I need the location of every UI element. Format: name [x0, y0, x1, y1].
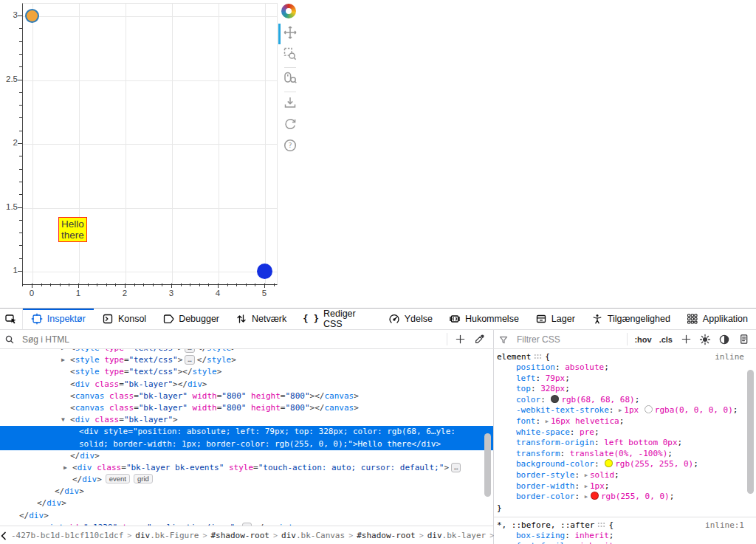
- element-picker-button[interactable]: [0, 309, 23, 329]
- rules-scrollbar[interactable]: [747, 370, 754, 494]
- class-panel-button[interactable]: .cls: [656, 335, 676, 344]
- wheel-zoom-tool-button[interactable]: [281, 70, 300, 89]
- tab-applikation[interactable]: Applikation: [678, 309, 756, 329]
- tab-lager[interactable]: Lager: [527, 309, 583, 329]
- rule-selector[interactable]: element{inline: [497, 351, 756, 362]
- css-property[interactable]: color: rgb(68, 68, 68);: [497, 395, 756, 406]
- divider: [447, 333, 447, 345]
- color-swatch[interactable]: [645, 405, 653, 413]
- markup-text: class: [109, 403, 134, 413]
- expand-arrow-icon[interactable]: ▶: [61, 349, 65, 354]
- tree-row[interactable]: </div>: [0, 510, 493, 522]
- plot-frame[interactable]: [22, 3, 278, 285]
- add-rule-button[interactable]: [676, 330, 695, 348]
- tab-ydelse[interactable]: Ydelse: [380, 309, 441, 329]
- css-property[interactable]: transform-origin: left bottom 0px;: [497, 438, 756, 449]
- expand-arrow-icon[interactable]: ▶: [21, 522, 24, 526]
- css-property[interactable]: top: 328px;: [497, 384, 756, 395]
- tree-row[interactable]: <style type="text/css"></style>: [0, 366, 493, 378]
- tab-netværk[interactable]: Netværk: [227, 309, 295, 329]
- pan-tool-button[interactable]: [281, 24, 300, 44]
- markup-text: height: [251, 391, 281, 401]
- markup-text: "bk-layer": [139, 391, 188, 401]
- data-point[interactable]: [257, 264, 272, 279]
- tab-tilgængelighed[interactable]: Tilgængelighed: [583, 309, 678, 329]
- expand-value-icon[interactable]: ▶: [585, 483, 588, 489]
- tree-row[interactable]: <div style="position: absolute; left: 79…: [0, 426, 493, 450]
- tab-hukommelse[interactable]: Hukommelse: [441, 309, 527, 329]
- help-tool-button[interactable]: ?: [281, 137, 300, 156]
- node-badge-grid[interactable]: grid: [134, 474, 153, 483]
- save-tool-button[interactable]: [281, 94, 300, 114]
- breadcrumb-item[interactable]: -427b-bc1d-b1cf110c1dcf: [9, 531, 126, 540]
- rule-selector[interactable]: *, ::before, ::after{inline:1: [497, 520, 756, 531]
- expand-arrow-icon[interactable]: ▶: [61, 354, 65, 366]
- print-simulation-button[interactable]: [734, 330, 753, 348]
- css-property[interactable]: white-space: pre;: [497, 427, 756, 438]
- tab-konsol[interactable]: Konsol: [94, 309, 154, 329]
- expand-value-icon[interactable]: ▶: [585, 494, 588, 500]
- css-property[interactable]: -webkit-text-stroke: ▶1px rgba(0, 0, 0, …: [497, 405, 756, 416]
- add-node-button[interactable]: [450, 330, 470, 348]
- css-property[interactable]: font: ▶16px helvetica;: [497, 416, 756, 427]
- tab-rediger css[interactable]: { }Rediger CSS: [295, 309, 379, 329]
- data-point[interactable]: [25, 9, 39, 23]
- breadcrumb-item[interactable]: #shadow-root: [209, 531, 272, 540]
- rule-source-link[interactable]: inline: [715, 351, 744, 362]
- pseudo-class-button[interactable]: :hov: [630, 335, 655, 344]
- tree-row[interactable]: ▶<div class="bk-layer bk-events" style="…: [0, 462, 493, 474]
- rule-source-link[interactable]: inline:1: [705, 520, 744, 531]
- node-badge-event[interactable]: event: [106, 474, 130, 483]
- breadcrumb-item[interactable]: div.bk-Figure: [133, 531, 201, 540]
- expand-value-icon[interactable]: ▶: [619, 407, 622, 413]
- css-filter-box[interactable]: Filtrer CSS :hov .cls: [494, 330, 756, 348]
- expand-value-icon[interactable]: ▶: [546, 419, 549, 424]
- color-swatch[interactable]: [551, 395, 559, 403]
- breadcrumb-scroll-left-button[interactable]: [0, 526, 7, 544]
- tree-row[interactable]: ▶<script id="p1239" type="application/js…: [0, 522, 493, 526]
- light-theme-button[interactable]: [695, 330, 715, 348]
- tree-row[interactable]: </div>: [0, 497, 493, 509]
- breadcrumb-item[interactable]: div.bk-Canvas: [279, 531, 347, 540]
- breadcrumb-item[interactable]: #shadow-root: [354, 531, 417, 540]
- tree-row[interactable]: <canvas class="bk-layer" width="800" hei…: [0, 390, 493, 402]
- tree-row[interactable]: ▼<div class="bk-layer">: [0, 414, 493, 426]
- css-property[interactable]: left: 79px;: [497, 373, 756, 385]
- drag-grip-icon[interactable]: [531, 352, 545, 362]
- reset-tool-button[interactable]: [281, 116, 300, 135]
- html-search-box[interactable]: Søg i HTML: [0, 330, 494, 348]
- color-swatch[interactable]: [605, 459, 613, 467]
- css-property[interactable]: position: absolute;: [497, 362, 756, 373]
- css-property[interactable]: transform: translate(0%, -100%);: [497, 449, 756, 460]
- css-property[interactable]: box-sizing: inherit;: [497, 531, 756, 542]
- css-property[interactable]: border-style: ▶solid;: [497, 470, 756, 481]
- box-zoom-tool-button[interactable]: [281, 46, 300, 65]
- tree-row[interactable]: </div>eventgrid: [0, 474, 493, 486]
- collapsed-content-ellipsis[interactable]: …: [451, 463, 461, 472]
- expand-value-icon[interactable]: ▶: [585, 472, 588, 478]
- tree-row[interactable]: </div>: [0, 486, 493, 497]
- bokeh-logo-icon[interactable]: [281, 4, 296, 18]
- color-swatch[interactable]: [591, 492, 599, 500]
- tree-row[interactable]: <canvas class="bk-layer" width="800" hei…: [0, 402, 493, 414]
- css-property[interactable]: border-width: ▶1px;: [497, 481, 756, 492]
- collapsed-content-ellipsis[interactable]: …: [242, 523, 252, 526]
- breadcrumb-item[interactable]: div.bk-layer: [425, 531, 488, 540]
- collapsed-content-ellipsis[interactable]: …: [185, 349, 194, 353]
- tree-row[interactable]: <div class="bk-layer"></div>: [0, 379, 493, 390]
- css-property[interactable]: border-color: ▶rgb(255, 0, 0);: [497, 492, 756, 503]
- collapse-arrow-icon[interactable]: ▼: [61, 414, 65, 426]
- collapsed-content-ellipsis[interactable]: …: [185, 355, 194, 365]
- tab-inspektør[interactable]: Inspektør: [23, 309, 94, 329]
- css-property[interactable]: background-color: rgb(255, 255, 0);: [497, 459, 756, 470]
- tree-scrollbar[interactable]: [484, 433, 491, 497]
- css-property[interactable]: font-family: inherit;▽: [497, 541, 756, 544]
- tree-row[interactable]: ▶<style type="text/css">…</style>: [0, 354, 493, 366]
- drag-grip-icon[interactable]: [594, 520, 608, 530]
- tab-debugger[interactable]: Debugger: [154, 309, 227, 329]
- tree-row[interactable]: ▶<style type="text/css">…</style>: [0, 349, 493, 354]
- dark-theme-button[interactable]: [715, 330, 734, 348]
- expand-arrow-icon[interactable]: ▶: [63, 462, 67, 474]
- tree-row[interactable]: </div>: [0, 450, 493, 462]
- eyedropper-button[interactable]: [470, 330, 489, 348]
